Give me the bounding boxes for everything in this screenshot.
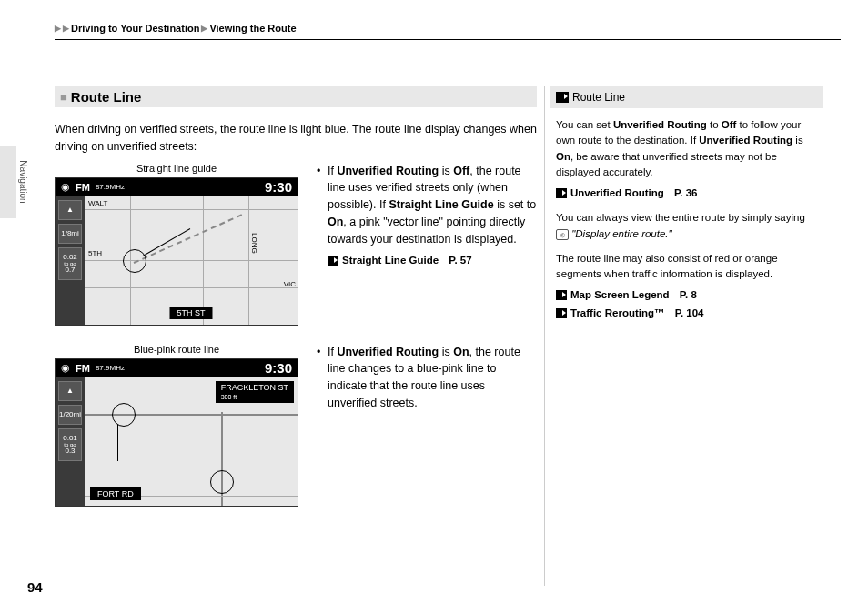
street-label: VIC: [284, 280, 296, 288]
heading-text: Route Line: [71, 89, 142, 105]
street-sign: FORT RD: [90, 487, 141, 500]
nav-topbar: ◉ FM 87.9MHz 9:30: [56, 178, 298, 196]
nav-map: WALT 5TH LONG VIC 5TH ST: [85, 196, 298, 325]
radio-band: FM: [76, 363, 90, 374]
content-row: Straight line guide ◉ FM 87.9MHz 9:30 ▲ …: [55, 163, 537, 326]
street-label: 5TH: [88, 249, 102, 257]
cross-reference: Traffic Rerouting™ P. 104: [556, 306, 818, 321]
bullet-text: If Unverified Routing is Off, the route …: [317, 163, 537, 269]
callout-circle: [210, 470, 234, 494]
aside-column: Route Line You can set Unverified Routin…: [550, 86, 823, 330]
main-column: ■ Route Line When driving on verified st…: [55, 86, 537, 525]
content-row: Blue-pink route line ◉ FM 87.9MHz 9:30 ▲…: [55, 344, 537, 507]
eta-box: 0:01to go0.3: [58, 428, 82, 461]
clock: 9:30: [265, 179, 292, 195]
eta-box: 0:02to go0.7: [58, 247, 82, 280]
breadcrumb-part: Viewing the Route: [209, 23, 296, 34]
xref-icon: [556, 92, 569, 103]
cross-reference: Unverified Routing P. 36: [556, 186, 818, 201]
xref-icon: [556, 188, 567, 198]
street-label: WALT: [88, 199, 107, 207]
aside-paragraph: You can always view the entire route by …: [556, 210, 818, 242]
xref-icon: [556, 290, 567, 300]
section-tab: Navigation: [0, 146, 16, 218]
figure: Straight line guide ◉ FM 87.9MHz 9:30 ▲ …: [55, 163, 298, 326]
intro-paragraph: When driving on verified streets, the ro…: [55, 121, 537, 156]
street-sign: 5TH ST: [169, 306, 212, 319]
cross-reference: Straight Line Guide P. 57: [328, 253, 537, 268]
clock: 9:30: [265, 360, 292, 376]
speaker-icon: ◉: [61, 181, 70, 193]
direction-icon: ▲: [58, 200, 82, 220]
square-icon: ■: [60, 90, 67, 104]
callout-circle: [112, 403, 136, 427]
figure-caption: Straight line guide: [55, 163, 298, 174]
aside-heading: Route Line: [550, 86, 823, 108]
callout-circle: [123, 249, 146, 273]
breadcrumb-part: Driving to Your Destination: [71, 23, 199, 34]
radio-band: FM: [76, 182, 90, 193]
aside-paragraph: You can set Unverified Routing to Off to…: [556, 117, 818, 180]
street-label: LONG: [250, 233, 258, 254]
nav-sidebar: ▲ 1/8mi 0:02to go0.7: [56, 196, 85, 325]
range-btn: 1/20mi: [58, 405, 82, 425]
nav-sidebar: ▲ 1/20mi 0:01to go0.3: [56, 377, 85, 506]
figure-caption: Blue-pink route line: [55, 344, 298, 355]
chevron-icon: ▶: [201, 24, 207, 33]
range-btn: 1/8mi: [58, 224, 82, 244]
bullet-text: If Unverified Routing is On, the route l…: [317, 344, 537, 412]
nav-screenshot: ◉ FM 87.9MHz 9:30 ▲ 1/20mi 0:01to go0.3: [55, 358, 298, 507]
chevron-icon: ▶: [55, 24, 61, 33]
cross-reference: Map Screen Legend P. 8: [556, 287, 818, 303]
section-heading: ■ Route Line: [55, 86, 537, 107]
callout-line: [143, 228, 190, 256]
breadcrumb: ▶▶ Driving to Your Destination ▶ Viewing…: [55, 23, 841, 40]
column-divider: [544, 86, 545, 586]
street-sign: FRACKLETON ST300 ft: [216, 381, 294, 403]
figure: Blue-pink route line ◉ FM 87.9MHz 9:30 ▲…: [55, 344, 298, 507]
speaker-icon: ◉: [61, 362, 70, 374]
nav-topbar: ◉ FM 87.9MHz 9:30: [56, 359, 298, 377]
nav-map: FRACKLETON ST300 ft FORT RD: [85, 377, 298, 506]
nav-screenshot: ◉ FM 87.9MHz 9:30 ▲ 1/8mi 0:02to go0.7: [55, 177, 298, 326]
xref-icon: [556, 308, 567, 318]
radio-freq: 87.9MHz: [96, 183, 125, 191]
direction-icon: ▲: [58, 381, 82, 401]
radio-freq: 87.9MHz: [96, 364, 125, 372]
callout-line: [117, 425, 118, 461]
chevron-icon: ▶: [63, 24, 69, 33]
page-number: 94: [27, 579, 43, 595]
voice-icon: ⎋: [556, 229, 569, 240]
xref-icon: [328, 256, 338, 266]
section-tab-label: Navigation: [18, 160, 28, 203]
aside-paragraph: The route line may also consist of red o…: [556, 251, 818, 283]
